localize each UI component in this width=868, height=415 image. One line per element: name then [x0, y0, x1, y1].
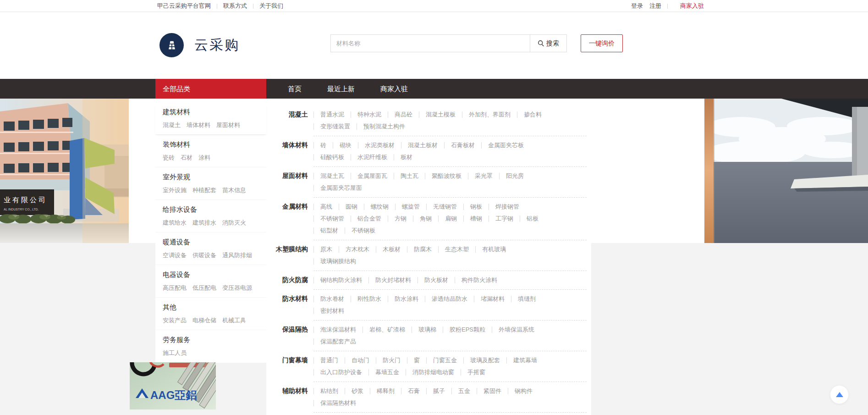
mega-link[interactable]: 腻子	[426, 388, 451, 394]
mega-link[interactable]: 方木枕木	[339, 246, 376, 253]
back-to-top-button[interactable]	[830, 385, 849, 404]
mega-link[interactable]: 混凝土模板	[419, 111, 462, 118]
mega-link[interactable]: 不锈钢管	[313, 216, 351, 222]
mega-link[interactable]: 防火门	[376, 357, 407, 364]
mega-link[interactable]: 幕墙五金	[368, 369, 406, 376]
sidebar-sub-link[interactable]: 空调设备	[163, 252, 187, 259]
mega-link[interactable]: 外墙保温系统	[492, 326, 541, 333]
mega-link[interactable]: 紧固件	[477, 388, 508, 394]
logo[interactable]: 云采购	[159, 33, 240, 57]
sidebar-sub-link[interactable]: 机械工具	[222, 317, 246, 324]
mega-link[interactable]: 金属面夹芯板	[481, 142, 530, 149]
mega-link[interactable]: 钢板	[463, 204, 489, 210]
mega-link[interactable]: 铝合金管	[351, 216, 388, 222]
mega-link[interactable]: 工字钢	[489, 216, 520, 222]
mega-link[interactable]: 砌块	[333, 142, 358, 149]
mega-link[interactable]: 自动门	[345, 357, 376, 364]
mega-link[interactable]: 采光罩	[468, 173, 499, 179]
mega-link[interactable]: 铝型材	[313, 227, 345, 234]
mega-link[interactable]: 填缝剂	[511, 296, 542, 302]
mega-link[interactable]: 槽钢	[463, 216, 489, 222]
mega-link[interactable]: 生态木塑	[438, 246, 475, 253]
sidebar-sub-link[interactable]: 石材	[181, 154, 192, 161]
mega-row-label[interactable]: 屋面材料	[266, 167, 308, 198]
mega-link[interactable]: 防腐木	[407, 246, 438, 253]
mega-link[interactable]: 普通水泥	[313, 111, 351, 118]
mega-link[interactable]: 水泥纤维板	[351, 154, 394, 160]
sidebar-sub-link[interactable]: 高压配电	[163, 284, 187, 291]
mega-link[interactable]: 高线	[313, 204, 339, 210]
mega-row-label[interactable]: 防火防腐	[266, 271, 308, 290]
mega-row-label[interactable]: 木塑膜结构	[266, 240, 308, 271]
mega-link[interactable]: 防火板材	[418, 277, 455, 283]
nav-item[interactable]: 商家入驻	[380, 79, 408, 99]
mega-link[interactable]: 石膏板材	[444, 142, 481, 149]
mega-link[interactable]: 商品砼	[388, 111, 419, 118]
mega-link[interactable]: 密封材料	[313, 308, 351, 314]
mega-row-label[interactable]: 防水材料	[266, 290, 308, 321]
mega-link[interactable]: 门窗五金	[426, 357, 463, 364]
mega-link[interactable]: 防水涂料	[388, 296, 425, 302]
mega-link[interactable]: 玻璃棉	[412, 326, 443, 333]
mega-link[interactable]: 预制混凝土构件	[357, 123, 412, 130]
topbar-link[interactable]: 关于我们	[259, 2, 283, 9]
mega-link[interactable]: 消防排烟电动窗	[406, 369, 461, 376]
mega-link[interactable]: 角钢	[413, 216, 438, 222]
mega-row-label[interactable]: 金属材料	[266, 198, 308, 240]
sidebar-group-title[interactable]: 电器设备	[163, 271, 259, 279]
mega-link[interactable]: 刚性防水	[351, 296, 388, 302]
mega-link[interactable]: 扁钢	[438, 216, 463, 222]
sidebar-group-title[interactable]: 暖通设备	[163, 238, 259, 247]
mega-link[interactable]: 构件防火涂料	[455, 277, 504, 283]
mega-row-label[interactable]: 墙体材料	[266, 136, 308, 167]
mega-link[interactable]: 防火封堵材料	[368, 277, 418, 283]
sidebar-sub-link[interactable]: 建筑排水	[192, 219, 216, 226]
all-categories-button[interactable]: 全部品类	[155, 79, 266, 99]
mega-link[interactable]: 掺合料	[517, 111, 548, 118]
mega-link[interactable]: 混凝土瓦	[313, 173, 351, 179]
mega-link[interactable]: 金属面夹芯屋面	[313, 185, 368, 191]
sidebar-sub-link[interactable]: 电梯仓储	[192, 317, 216, 324]
sidebar-sub-link[interactable]: 通风防排烟	[222, 252, 252, 259]
nav-item[interactable]: 首页	[288, 79, 302, 99]
mega-link[interactable]: 玻璃钢膜结构	[313, 258, 363, 265]
mega-link[interactable]: 原木	[313, 246, 339, 253]
mega-link[interactable]: 板材	[394, 154, 419, 160]
mega-link[interactable]: 不锈钢板	[345, 227, 382, 234]
sidebar-group-title[interactable]: 室外景观	[163, 173, 259, 182]
sidebar-group-title[interactable]: 建筑材料	[163, 108, 259, 116]
mega-link[interactable]: 螺旋管	[395, 204, 426, 210]
mega-link[interactable]: 石膏	[401, 388, 426, 394]
mega-link[interactable]: 变形缝装置	[313, 123, 357, 130]
mega-link[interactable]: 手摇窗	[461, 369, 492, 376]
topbar-link[interactable]: 联系方式	[223, 2, 247, 9]
sidebar-sub-link[interactable]: 供暖设备	[192, 252, 216, 259]
mega-link[interactable]: 木板材	[376, 246, 407, 253]
mega-link[interactable]: 稀释剂	[370, 388, 401, 394]
sidebar-sub-link[interactable]: 变压器电源	[222, 284, 252, 291]
nav-item[interactable]: 最近上新	[327, 79, 355, 99]
search-button[interactable]: 搜索	[530, 35, 566, 52]
sidebar-sub-link[interactable]: 消防灭火	[222, 219, 246, 226]
mega-link[interactable]: 玻璃及配套	[463, 357, 506, 364]
mega-link[interactable]: 泡沫保温材料	[313, 326, 363, 333]
sidebar-group-title[interactable]: 给排水设备	[163, 205, 259, 214]
mega-link[interactable]: 建筑幕墙	[506, 357, 544, 364]
sidebar-sub-link[interactable]: 瓷砖	[163, 154, 175, 161]
mega-link[interactable]: 钢构件	[508, 388, 539, 394]
mega-link[interactable]: 防水卷材	[313, 296, 351, 302]
mega-row-label[interactable]: 混凝土	[266, 105, 308, 136]
mega-link[interactable]: 铝板	[520, 216, 545, 222]
mega-link[interactable]: 螺纹钢	[364, 204, 395, 210]
mega-link[interactable]: 岩棉、矿渣棉	[363, 326, 412, 333]
sidebar-sub-link[interactable]: 种植配套	[192, 187, 216, 194]
mega-link[interactable]: 方钢	[388, 216, 413, 222]
mega-link[interactable]: 砂浆	[345, 388, 370, 394]
sidebar-group-title[interactable]: 其他	[163, 303, 259, 312]
mega-link[interactable]: 窗	[407, 357, 426, 364]
mega-link[interactable]: 渗透结晶防水	[425, 296, 474, 302]
mega-row-label[interactable]: 保温隔热	[266, 321, 308, 351]
mega-row-label[interactable]: 辅助材料	[266, 382, 308, 413]
mega-link[interactable]: 外加剂、界面剂	[462, 111, 517, 118]
mega-link[interactable]: 砖	[313, 142, 333, 149]
